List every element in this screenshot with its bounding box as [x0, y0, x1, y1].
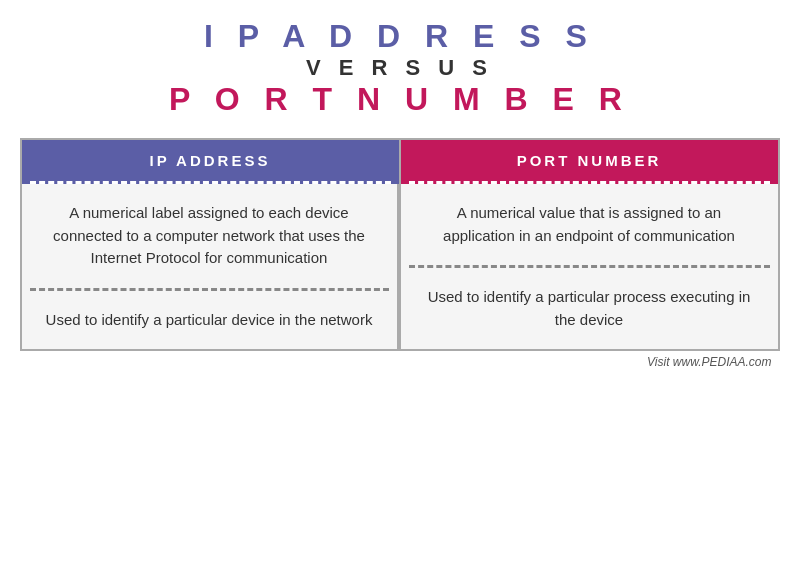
comparison-table: IP ADDRESS A numerical label assigned to…	[20, 138, 780, 351]
col-left-header: IP ADDRESS	[22, 140, 399, 181]
title-versus: V E R S U S	[169, 55, 630, 81]
col-right-header: PORT NUMBER	[401, 140, 778, 181]
col-right-body: A numerical value that is assigned to an…	[401, 184, 778, 349]
col-ip-address: IP ADDRESS A numerical label assigned to…	[22, 140, 401, 349]
col-port-number: PORT NUMBER A numerical value that is as…	[401, 140, 778, 349]
col-left-cell2: Used to identify a particular device in …	[22, 291, 397, 350]
header: I P A D D R E S S V E R S U S P O R T N …	[169, 0, 630, 128]
footer-text: Visit www.PEDIAA.com	[647, 355, 771, 369]
footer: Visit www.PEDIAA.com	[20, 351, 780, 371]
title-port: P O R T N U M B E R	[169, 81, 630, 118]
title-ip: I P A D D R E S S	[169, 18, 630, 55]
col-right-cell1: A numerical value that is assigned to an…	[401, 184, 778, 265]
col-left-body: A numerical label assigned to each devic…	[22, 184, 399, 349]
col-left-cell1: A numerical label assigned to each devic…	[22, 184, 397, 288]
col-right-cell2: Used to identify a particular process ex…	[401, 268, 778, 349]
